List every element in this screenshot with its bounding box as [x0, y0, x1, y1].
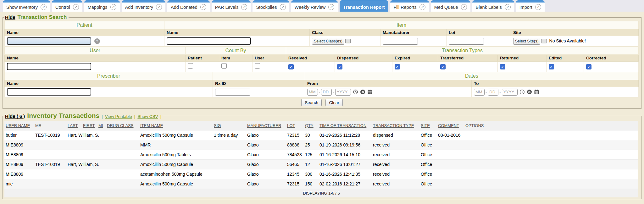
hide-transactions-link[interactable]: Hide ( 6 ) — [5, 113, 25, 119]
sort-transaction-type[interactable]: TRANSACTION TYPE — [373, 123, 414, 128]
cell-time: 02-02-2016 12:21:27 — [318, 179, 372, 189]
cell-item: Amoxicillin 500mg Capsule — [139, 160, 213, 169]
cell-options — [464, 160, 638, 169]
to-year-input[interactable] — [502, 89, 518, 96]
to-month-input[interactable] — [474, 89, 485, 96]
sort-qty[interactable]: QTY — [305, 123, 314, 128]
sort-first[interactable]: FIRST — [83, 123, 95, 128]
sort-site[interactable]: SITE — [421, 123, 430, 128]
open-new-window-icon[interactable] — [505, 4, 511, 10]
from-day-input[interactable] — [321, 89, 332, 96]
received-label: Received — [286, 55, 335, 62]
corrected-checkbox[interactable] — [586, 64, 591, 69]
tab-add-inventory[interactable]: Add Inventory — [122, 0, 165, 12]
table-row: MIE8809 MMR Glaxo 88888 25 01-19-2026 09… — [4, 140, 638, 150]
open-new-window-icon[interactable] — [328, 4, 334, 10]
open-new-window-icon[interactable] — [535, 4, 541, 10]
tab-par-levels[interactable]: PAR Levels — [212, 0, 251, 12]
cell-drug-class — [106, 179, 139, 189]
tab-bar: Show Inventory Control Mappings Add Inve… — [0, 0, 644, 12]
tab-control[interactable]: Control — [52, 0, 82, 12]
transferred-checkbox[interactable] — [440, 64, 446, 69]
expired-checkbox[interactable] — [395, 64, 400, 69]
sort-last[interactable]: LAST — [68, 123, 78, 128]
cell-user: MIE8809 — [4, 150, 34, 160]
class-label: Class — [310, 29, 380, 36]
tab-stockpiles[interactable]: Stockpiles — [253, 0, 289, 12]
tab-fill-reports[interactable]: Fill Reports — [390, 0, 429, 12]
tab-show-inventory[interactable]: Show Inventory — [3, 0, 50, 12]
sort-sig[interactable]: SIG — [214, 123, 221, 128]
tab-label: Add Donated — [171, 5, 197, 10]
tab-weekly-review[interactable]: Weekly Review — [291, 0, 338, 12]
cell-qty: 12 — [304, 160, 318, 169]
tab-transaction-report[interactable]: Transaction Report — [340, 0, 388, 12]
from-now-clock-icon[interactable] — [353, 89, 358, 95]
count-by-item-checkbox[interactable] — [221, 63, 227, 69]
to-day-input[interactable] — [488, 89, 498, 96]
dispensed-checkbox[interactable] — [337, 64, 342, 69]
lot-input[interactable] — [449, 38, 484, 45]
tab-mappings[interactable]: Mappings — [84, 0, 120, 12]
cell-qty: 30 — [304, 130, 318, 140]
tab-med-queue[interactable]: Med Queue — [431, 0, 470, 12]
manufacturer-label: Manufacturer — [380, 29, 447, 36]
help-icon[interactable] — [94, 38, 100, 44]
prescriber-name-input[interactable] — [7, 88, 91, 96]
view-printable-link[interactable]: View Printable — [105, 114, 132, 119]
open-new-window-icon[interactable] — [200, 4, 206, 10]
class-browse-button[interactable]: ... — [345, 39, 351, 43]
open-new-window-icon[interactable] — [280, 4, 286, 10]
date-dash: - — [333, 90, 334, 94]
user-name-input[interactable] — [7, 63, 91, 70]
to-now-clock-icon[interactable] — [519, 89, 525, 95]
to-clear-icon[interactable] — [527, 89, 532, 95]
from-month-input[interactable] — [307, 89, 318, 96]
open-new-window-icon[interactable] — [73, 4, 79, 10]
open-new-window-icon[interactable] — [110, 4, 116, 10]
sort-comment[interactable]: COMMENT — [438, 123, 459, 128]
open-new-window-icon[interactable] — [156, 4, 162, 10]
sort-drug-class[interactable]: DRUG CLASS — [107, 123, 134, 128]
tab-blank-labels[interactable]: Blank Labels — [472, 0, 514, 12]
sort-manufacturer[interactable]: MANUFACTURER — [247, 123, 281, 128]
select-sites-button[interactable]: Select Site(s) — [513, 38, 540, 45]
returned-checkbox[interactable] — [500, 64, 505, 69]
from-year-input[interactable] — [335, 89, 351, 96]
cell-options — [464, 140, 638, 150]
open-new-window-icon[interactable] — [41, 4, 47, 10]
select-classes-button[interactable]: Select Class(es) — [312, 38, 344, 45]
tab-import[interactable]: Import — [516, 0, 545, 12]
open-new-window-icon[interactable] — [241, 4, 247, 10]
sort-time-of-transaction[interactable]: TIME OF TRANSACTION — [319, 123, 366, 128]
received-checkbox[interactable] — [288, 64, 294, 69]
cell-comment — [437, 169, 464, 179]
open-new-window-icon[interactable] — [419, 4, 425, 10]
open-new-window-icon[interactable] — [461, 4, 467, 10]
cell-sig — [213, 150, 246, 160]
tab-add-donated[interactable]: Add Donated — [167, 0, 210, 12]
sort-user-name[interactable]: USER NAME — [6, 123, 30, 128]
search-band-user-countby-types: User Count By Transaction Types Name Pat… — [4, 47, 639, 72]
show-csv-link[interactable]: Show CSV — [137, 114, 158, 119]
patient-name-input[interactable] — [7, 37, 91, 45]
prescriber-name-label: Name — [5, 80, 213, 87]
sort-mi[interactable]: MI — [98, 123, 103, 128]
count-by-user-checkbox[interactable] — [255, 63, 260, 69]
search-button[interactable]: Search — [301, 99, 322, 106]
no-sites-message: No Sites Available! — [549, 38, 586, 43]
hide-search-link[interactable]: Hide — [5, 14, 15, 20]
site-browse-button[interactable]: ... — [541, 39, 547, 43]
cell-comment — [437, 179, 464, 189]
manufacturer-input[interactable] — [383, 38, 418, 45]
from-calendar-icon[interactable] — [367, 89, 373, 95]
from-clear-icon[interactable] — [360, 89, 365, 95]
sort-lot[interactable]: LOT — [287, 123, 295, 128]
to-calendar-icon[interactable] — [534, 89, 539, 95]
item-name-input[interactable] — [167, 37, 251, 45]
rxid-input[interactable] — [215, 89, 250, 96]
clear-button[interactable]: Clear — [325, 99, 342, 106]
edited-checkbox[interactable] — [549, 64, 554, 69]
sort-item-name[interactable]: ITEM NAME — [140, 123, 163, 128]
count-by-patient-checkbox[interactable] — [188, 63, 193, 69]
